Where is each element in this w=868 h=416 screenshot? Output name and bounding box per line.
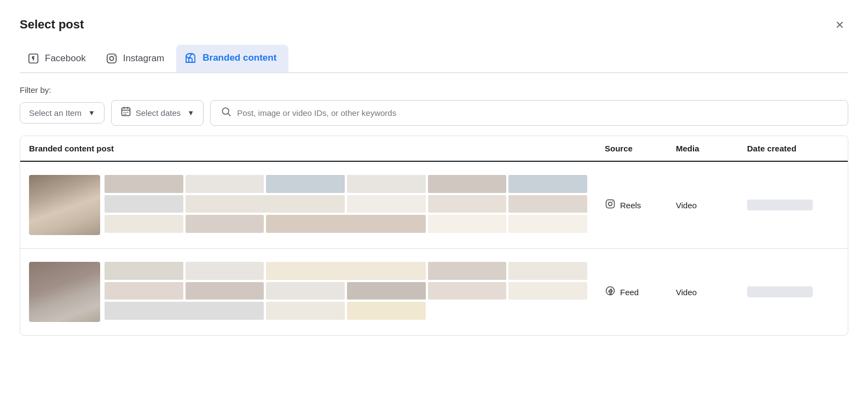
svg-rect-11 <box>124 114 125 115</box>
svg-point-16 <box>609 202 612 206</box>
svg-rect-9 <box>125 112 126 113</box>
post-content-mosaic-2 <box>105 262 587 322</box>
tab-instagram[interactable]: Instagram <box>98 46 177 72</box>
table-header: Branded content post Source Media Date c… <box>20 136 848 162</box>
facebook-source-icon <box>605 285 616 299</box>
svg-point-13 <box>223 108 229 114</box>
tab-instagram-label: Instagram <box>123 53 165 64</box>
select-item-dropdown[interactable]: Select an Item ▼ <box>20 102 105 124</box>
source-cell-1: Reels <box>596 190 667 221</box>
date-placeholder-1 <box>747 200 813 210</box>
source-cell-2: Feed <box>596 277 667 308</box>
post-cell-1 <box>20 162 596 248</box>
content-table: Branded content post Source Media Date c… <box>20 136 848 336</box>
post-thumbnail-1 <box>29 175 100 235</box>
modal-header: Select post × <box>20 15 848 34</box>
svg-point-3 <box>114 55 115 56</box>
facebook-icon <box>27 52 39 65</box>
source-content-1: Reels <box>605 198 658 212</box>
svg-rect-8 <box>124 112 125 113</box>
modal-title: Select post <box>20 17 84 32</box>
select-dates-dropdown[interactable]: Select dates ▼ <box>111 100 204 126</box>
svg-point-17 <box>612 201 614 202</box>
tab-branded-content-label: Branded content <box>202 52 276 63</box>
post-content-mosaic-1 <box>105 175 587 235</box>
source-label-2: Feed <box>620 288 639 297</box>
tabs-container: Facebook Instagram <box>20 45 848 73</box>
svg-rect-1 <box>107 54 116 63</box>
source-content-2: Feed <box>605 285 658 299</box>
date-cell-2 <box>738 278 848 306</box>
tab-branded-content[interactable]: Branded content <box>176 45 288 72</box>
select-item-label: Select an Item <box>29 108 82 118</box>
branded-content-icon <box>184 51 197 65</box>
chevron-down-icon: ▼ <box>88 109 95 117</box>
col-header-post: Branded content post <box>20 136 596 161</box>
svg-line-14 <box>228 114 231 116</box>
svg-rect-12 <box>125 114 126 115</box>
close-button[interactable]: × <box>831 15 848 34</box>
source-label-1: Reels <box>620 201 641 210</box>
post-preview-1 <box>29 171 587 239</box>
modal: Select post × Facebook Instagram <box>0 0 868 416</box>
filter-label: Filter by: <box>20 85 848 95</box>
post-thumbnail-2 <box>29 262 100 322</box>
chevron-down-icon-dates: ▼ <box>187 109 194 117</box>
col-header-media: Media <box>667 136 738 161</box>
table-row[interactable]: Feed Video <box>20 249 848 335</box>
instagram-source-icon <box>605 198 616 212</box>
media-cell-2: Video <box>667 279 738 306</box>
table-row[interactable]: Reels Video <box>20 162 848 249</box>
date-cell-1 <box>738 191 848 219</box>
svg-rect-10 <box>127 112 128 113</box>
search-input[interactable] <box>237 108 838 118</box>
tab-facebook[interactable]: Facebook <box>20 46 98 72</box>
col-header-source: Source <box>596 136 667 161</box>
post-cell-2 <box>20 249 596 335</box>
media-cell-1: Video <box>667 192 738 219</box>
search-icon <box>221 106 232 120</box>
date-placeholder-2 <box>747 286 813 297</box>
svg-rect-15 <box>606 200 615 208</box>
col-header-date: Date created <box>738 136 848 161</box>
instagram-icon <box>106 52 118 65</box>
svg-point-2 <box>109 56 113 60</box>
tab-facebook-label: Facebook <box>45 53 86 64</box>
post-preview-2 <box>29 257 587 326</box>
select-dates-label: Select dates <box>136 108 181 118</box>
calendar-icon <box>120 106 131 120</box>
filter-row: Select an Item ▼ <box>20 100 848 126</box>
search-box[interactable] <box>210 100 848 126</box>
filter-section: Filter by: Select an Item ▼ <box>20 85 848 126</box>
